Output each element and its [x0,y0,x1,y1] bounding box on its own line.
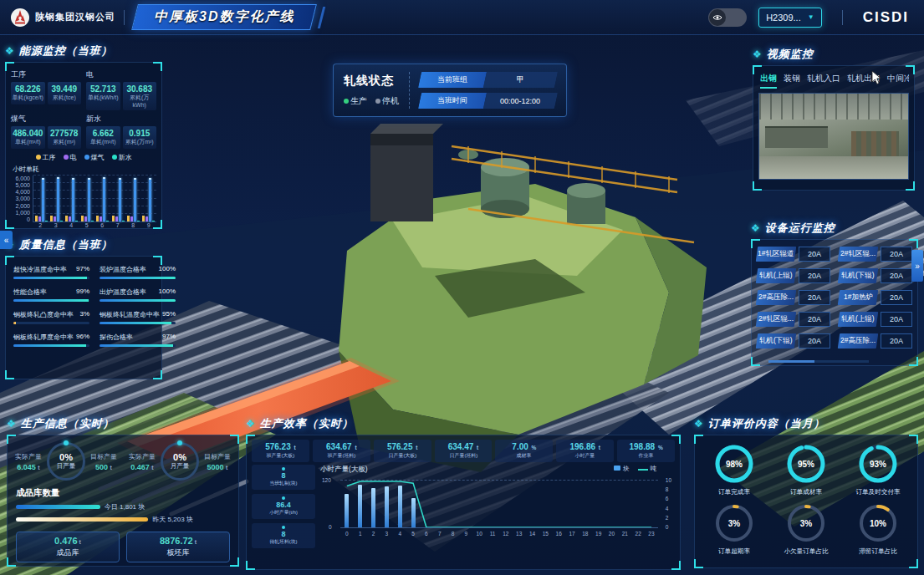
heat-number-select[interactable]: H2309... ▼ [758,8,822,28]
inventory-title: 成品库数量 [8,484,238,501]
equipment-item-value: 20A [799,268,830,283]
energy-group: 工序68.226单耗(kgce/t)39.449累耗(tce) [11,68,81,110]
gauge-ring-dot [177,440,182,445]
energy-bar-工序 [127,216,130,221]
energy-bar-电 [115,216,118,221]
energy-stat-box: 277578累耗(m³) [48,126,82,149]
hour-label: 1 [354,531,367,537]
right-axis-tick: 2 [666,515,671,521]
inventory-card: 8876.72t板坯库 [126,532,230,562]
equipment-item-label: 轧机(下辊) [756,333,797,349]
quality-metric: 装炉温度合格率100% [100,265,176,279]
quality-progress-fill [100,344,173,347]
order-ring-value: 3% [714,503,754,543]
hourly-chart-legend: 块吨 [614,465,656,473]
efficiency-stat-unit: % [532,445,537,450]
efficiency-panel-title: ❖生产效率（实时） [246,416,681,431]
equipment-item: 轧机(上辊)20A [757,268,830,283]
efficiency-stat-value: 634.67 t [314,442,370,451]
visibility-toggle[interactable] [708,8,747,27]
x-axis-tick: 3 [54,222,58,228]
video-tab-出钢[interactable]: 出钢 [760,73,777,89]
inventory-card: 0.476t成品库 [16,532,120,562]
line-status-title: 轧线状态 [344,74,399,89]
energy-stat-value: 0.915 [124,129,156,138]
energy-group-stats: 6.662单耗(m³/t)0.915累耗(万m³) [86,126,156,149]
gauge-target-value: 500 t [90,463,117,471]
expand-panel-button[interactable]: » [911,250,923,282]
efficiency-side-card: 8当班轧制(块) [252,465,315,490]
legend-item: 煤气 [84,153,105,162]
quality-metric-row: 出炉温度合格率100% [100,288,176,297]
production-gauge: 实际产量0.467 t0%月产量目标产量5000 t [129,442,231,481]
y-axis-tick: 1,000 [11,210,30,216]
energy-bar-电 [100,216,102,221]
video-tab-中间冷[interactable]: 中间冷 [887,73,909,89]
quality-progress-track [100,299,176,302]
right-axis-tick: 4 [666,506,671,511]
bar-legend-icon [614,466,620,471]
video-feed[interactable] [758,93,909,180]
efficiency-stat-card: 196.86 t小时产量 [556,440,614,462]
status-badge: 当前班组 [418,72,487,88]
x-axis-tick: 7 [116,222,120,228]
hour-label: 2 [367,531,380,537]
energy-group-name: 工序 [11,69,81,80]
inventory-card-unit: t [195,539,197,545]
right-axis-tick: 8 [666,486,671,492]
gauge-percent: 0% [59,452,73,462]
x-axis-tick: 9 [147,222,151,228]
hour-label: 11 [486,531,499,537]
video-tab-轧机出口[interactable]: 轧机出口 [847,73,881,89]
quality-progress-fill [100,277,176,279]
video-feed-machine [765,126,828,149]
chevron-down-icon: ▼ [808,13,814,21]
equipment-item: 轧机(下辊)20A [839,268,912,283]
status-info-row: 当前班组甲 [418,72,558,88]
gauge-actual-unit: t [38,465,39,471]
gauge-target-unit: t [226,465,227,471]
gauge-target: 目标产量5000 t [204,452,231,471]
hour-label: 8 [447,531,460,537]
energy-bar-新水 [60,221,63,221]
equipment-item-value: 20A [799,247,830,262]
y-axis-tick: 0 [11,216,30,222]
energy-stat-label: 单耗(m³/t) [12,138,44,146]
inventory-card-label: 板坯库 [129,547,227,558]
right-axis-tick: 10 [666,477,671,483]
efficiency-stat-card: 576.23 t班产量(大板) [252,440,309,462]
quality-progress-fill [100,299,176,302]
title-slash-decor [318,7,325,28]
energy-bar-电 [145,216,148,221]
quality-panel-title: ❖质量信息（当班） [5,237,162,252]
equipment-item: 2#高压除...20A [839,333,912,349]
quality-metric-value: 100% [159,288,176,297]
hour-label: 0 [340,531,354,537]
efficiency-stat-unit: t [294,445,296,450]
hour-label: 3 [380,531,393,537]
efficiency-stat-unit: t [416,445,417,450]
video-tab-装钢[interactable]: 装钢 [784,73,800,89]
video-tab-轧机入口[interactable]: 轧机入口 [807,73,840,89]
legend-dot-icon [112,155,117,160]
diamond-icon: ❖ [753,48,763,60]
energy-stat-label: 单耗(kWh/t) [87,94,120,102]
quality-progress-fill [100,322,171,324]
status-badge: 当班时间 [418,93,487,109]
energy-bar-工序 [50,216,53,221]
legend-blocks: 块 [614,465,630,473]
order-ring-value: 93% [858,444,898,484]
inventory-card-value: 8876.72t [129,536,227,546]
efficiency-stat-card: 634.67 t班产量(坯料) [313,440,370,462]
energy-bar-工序 [112,216,115,221]
scrollbar-thumb[interactable] [768,360,814,363]
legend-dot-icon [84,155,89,160]
energy-stat-box: 486.040单耗(m³/t) [11,126,45,149]
gauge-ring: 0%日产量 [47,442,85,481]
equipment-scrollbar[interactable] [768,360,869,363]
collapse-left-panel-button[interactable]: « [0,231,13,249]
equipment-item: 1#加热炉20A [839,290,912,305]
diamond-icon: ❖ [751,222,761,234]
hour-label: 15 [539,531,552,537]
header-divider-2 [842,10,843,25]
